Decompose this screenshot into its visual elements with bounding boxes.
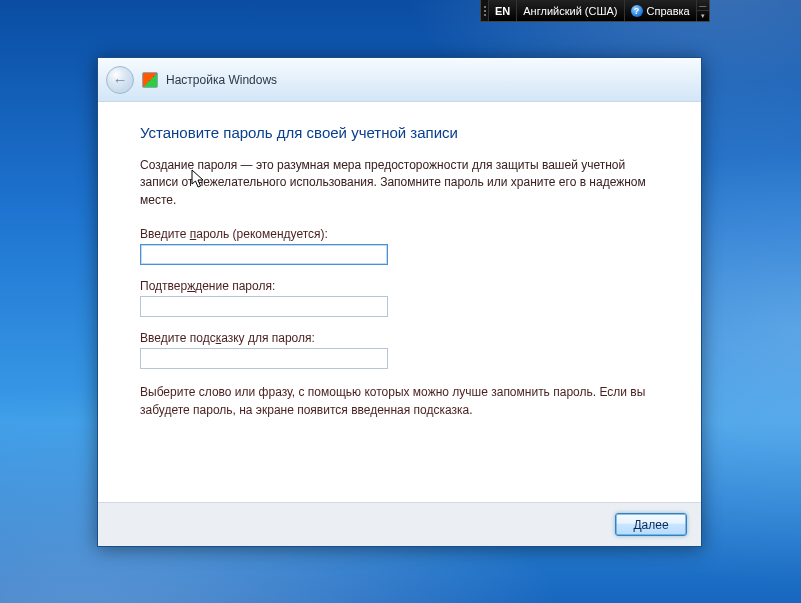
password-hint-label: Введите подсказку для пароля: <box>140 331 659 345</box>
confirm-password-input[interactable] <box>140 296 388 317</box>
page-description: Создание пароля — это разумная мера пред… <box>140 157 659 209</box>
password-input[interactable] <box>140 244 388 265</box>
next-button[interactable]: Далее <box>615 513 687 536</box>
windows-flag-icon <box>142 72 158 88</box>
help-button[interactable]: ? Справка <box>625 0 697 21</box>
wizard-body: Установите пароль для своей учетной запи… <box>98 102 701 502</box>
langbar-options: — ▾ <box>697 0 709 21</box>
arrow-left-icon: ← <box>113 71 128 88</box>
setup-wizard-window: ← Настройка Windows Установите пароль дл… <box>97 57 702 547</box>
input-language-button[interactable]: EN <box>489 0 517 21</box>
wizard-footer: Далее <box>98 502 701 546</box>
hint-description: Выберите слово или фразу, с помощью кото… <box>140 383 659 419</box>
language-bar: EN Английский (США) ? Справка — ▾ <box>480 0 710 22</box>
back-button[interactable]: ← <box>106 66 134 94</box>
password-hint-input[interactable] <box>140 348 388 369</box>
input-language-name[interactable]: Английский (США) <box>517 0 624 21</box>
page-title: Установите пароль для своей учетной запи… <box>140 124 659 141</box>
password-label: Введите пароль (рекомендуется): <box>140 227 659 241</box>
help-icon: ? <box>631 5 643 17</box>
wizard-title: Настройка Windows <box>166 73 277 87</box>
lang-code: EN <box>495 5 510 17</box>
langbar-options-button[interactable]: ▾ <box>697 11 709 21</box>
confirm-password-label: Подтверждение пароля: <box>140 279 659 293</box>
langbar-grip-icon[interactable] <box>481 0 489 21</box>
wizard-header: ← Настройка Windows <box>98 58 701 102</box>
langbar-minimize-button[interactable]: — <box>697 0 709 11</box>
